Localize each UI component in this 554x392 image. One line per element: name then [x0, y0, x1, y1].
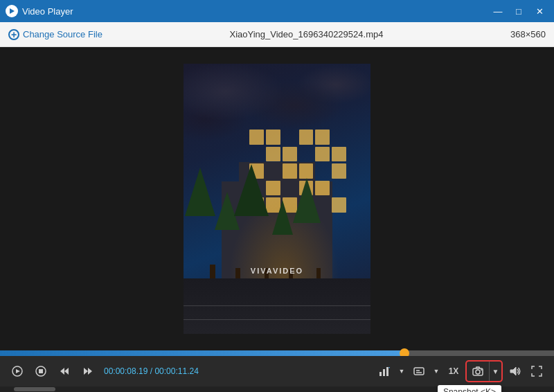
file-name: XiaoYing_Video_1696340229524.mp4 [230, 29, 384, 39]
right-controls: ▼ ▼ 1X ▼ Snapshot [374, 360, 547, 382]
close-button[interactable]: ✕ [530, 4, 548, 18]
snapshot-button[interactable] [467, 362, 489, 381]
svg-marker-19 [510, 367, 516, 375]
stats-button[interactable] [374, 361, 395, 382]
forward-button[interactable] [78, 361, 98, 382]
window-controls: — □ ✕ [489, 4, 548, 18]
play-button[interactable] [7, 361, 28, 382]
window-title: Video Player [22, 6, 73, 17]
svg-rect-4 [39, 369, 43, 373]
snapshot-button-wrapper: ▼ Snapshot <K> [465, 360, 503, 382]
captions-dropdown-button[interactable]: ▼ [431, 361, 442, 382]
speed-button[interactable]: 1X [443, 361, 464, 382]
stop-button[interactable] [30, 361, 51, 382]
app-icon [6, 5, 18, 17]
svg-point-17 [476, 370, 480, 374]
svg-rect-10 [383, 369, 385, 376]
title-bar: Video Player — □ ✕ [0, 0, 554, 22]
svg-rect-9 [379, 372, 382, 376]
svg-marker-6 [64, 368, 69, 375]
rewind-button[interactable] [54, 361, 75, 382]
tree-2 [225, 230, 250, 282]
svg-marker-12 [388, 367, 390, 368]
video-frame: VIVAVIDEO [184, 64, 370, 334]
file-dimensions: 368×560 [510, 29, 546, 39]
svg-point-18 [481, 369, 482, 371]
volume-button[interactable] [504, 361, 525, 382]
svg-rect-13 [414, 368, 424, 375]
svg-marker-2 [16, 369, 20, 373]
snapshot-dropdown-button[interactable]: ▼ [489, 362, 501, 381]
tree-5 [305, 223, 332, 282]
svg-rect-11 [386, 367, 388, 376]
watermark: VIVAVIDEO [251, 267, 303, 275]
fullscreen-button[interactable] [526, 361, 547, 382]
svg-marker-5 [60, 368, 64, 375]
progress-bar[interactable] [0, 350, 554, 356]
captions-button[interactable] [409, 361, 429, 382]
svg-marker-0 [10, 8, 15, 14]
change-source-button[interactable]: + Change Source File [8, 29, 102, 40]
snapshot-tooltip: Snapshot <K> [438, 385, 501, 392]
controls-bar: 00:00:08.19 / 00:00:11.24 ▼ ▼ 1X [0, 356, 554, 386]
change-source-label: Change Source File [23, 29, 102, 39]
current-time: 00:00:08.19 / 00:00:11.24 [104, 366, 199, 376]
svg-marker-8 [88, 368, 92, 375]
plus-circle-icon: + [8, 29, 19, 40]
parking-area [184, 278, 370, 334]
toolbar: + Change Source File XiaoYing_Video_1696… [0, 22, 554, 47]
video-background: VIVAVIDEO [184, 64, 370, 334]
title-bar-left: Video Player [6, 5, 73, 17]
progress-fill [0, 350, 404, 356]
svg-marker-7 [84, 368, 88, 375]
minimize-button[interactable]: — [489, 4, 507, 18]
scrollbar-thumb[interactable] [14, 387, 55, 391]
maximize-button[interactable]: □ [510, 4, 528, 18]
video-area[interactable]: VIVAVIDEO [0, 47, 554, 350]
stats-dropdown-button[interactable]: ▼ [396, 361, 407, 382]
